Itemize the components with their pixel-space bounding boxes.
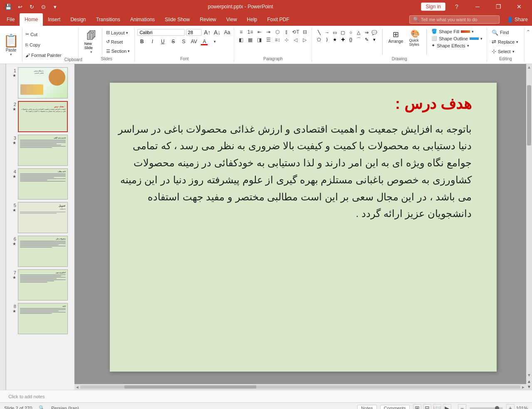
font-color-dropdown[interactable]: ▾ — [210, 37, 219, 46]
close-button[interactable]: ✕ — [510, 0, 529, 13]
zoom-in-button[interactable]: + — [506, 404, 515, 409]
text-direction-button[interactable]: ⟲T — [292, 28, 300, 36]
slide-thumbnail-2[interactable]: 2 ★ هدف درس : باتوجه به افزایش جمعیت و ا… — [8, 101, 73, 132]
shape-callout[interactable]: 💬 — [371, 29, 378, 36]
slide-thumbnail-8[interactable]: 8 ★ ادامه — [8, 303, 73, 334]
justify-button[interactable]: ☰ — [264, 36, 273, 44]
arrange-button[interactable]: ⊞ Arrange — [386, 28, 406, 45]
shape-brace[interactable]: {} — [347, 36, 354, 43]
zoom-out-button[interactable]: − — [458, 404, 466, 409]
slide-thumbnail-4[interactable]: 4 ★ ادامه مطلب — [8, 168, 73, 200]
share-button[interactable]: 👤 Share — [503, 16, 532, 23]
next-slide-btn[interactable]: ▼ — [527, 384, 531, 389]
indent-button[interactable]: ⊹ — [282, 36, 291, 44]
rtl-button[interactable]: ◁ — [292, 36, 300, 44]
align-right-button[interactable]: ◨ — [255, 36, 264, 44]
fill-dropdown-icon[interactable]: ▾ — [472, 30, 474, 34]
quick-styles-button[interactable]: 🎨 Quick Styles — [407, 28, 423, 47]
add-notes-area[interactable]: Click to add notes — [0, 390, 532, 402]
font-family-selector[interactable]: Calibri — [137, 29, 184, 36]
smart-art-button[interactable]: ⬡ — [273, 28, 282, 36]
align-text-button[interactable]: ⊟ — [300, 28, 309, 36]
zoom-thumb[interactable] — [495, 406, 499, 409]
search-input[interactable] — [421, 17, 496, 22]
bold-button[interactable]: B — [137, 37, 146, 46]
font-size-selector[interactable]: 28 — [186, 29, 202, 36]
shape-oval[interactable]: ○ — [347, 29, 354, 36]
reset-button[interactable]: ↺ Reset — [104, 38, 132, 45]
slide-thumbnail-7[interactable]: 7 ★ کشاورزی نوین — [8, 269, 73, 301]
increase-font-button[interactable]: A↑ — [203, 28, 212, 37]
cut-button[interactable]: ✂ Cut — [23, 31, 64, 38]
shape-arrow[interactable]: → — [323, 29, 331, 36]
replace-button[interactable]: ⇄ Replace ▾ — [490, 38, 522, 45]
reading-view-button[interactable]: 📖 — [433, 404, 441, 409]
undo-button[interactable]: ↩ — [15, 2, 25, 12]
tab-view[interactable]: View — [221, 13, 242, 26]
redo-button[interactable]: ↻ — [27, 2, 37, 12]
decrease-indent-button[interactable]: ⇤ — [255, 28, 264, 36]
language-indicator[interactable]: Persian (Iran) — [51, 406, 79, 409]
shape-cross[interactable]: ✚ — [339, 36, 346, 43]
slide-thumbnail-6[interactable]: 6 ★ محصولات باغی — [8, 236, 73, 267]
tab-home[interactable]: Home — [20, 13, 43, 26]
shape-effects-button[interactable]: ✦ Shape Effects ▾ — [430, 42, 484, 49]
shape-right-arrow[interactable]: ⇒ — [363, 29, 370, 36]
normal-view-button[interactable]: ⊞ — [413, 404, 421, 409]
zoom-level[interactable]: 101% — [516, 406, 528, 409]
scroll-down-arrow[interactable]: ▼ — [526, 372, 532, 378]
tab-help[interactable]: Help — [242, 13, 262, 26]
tab-file[interactable]: File — [2, 13, 20, 26]
slide-canvas[interactable]: هدف درس : باتوجه به افزایش جمعیت و اهمیت… — [110, 83, 497, 372]
shadow-button[interactable]: S — [179, 37, 188, 46]
tab-animations[interactable]: Animations — [125, 13, 160, 26]
align-left-button[interactable]: ◧ — [237, 36, 245, 44]
shape-fill-button[interactable]: 🪣 Shape Fill ▾ — [430, 28, 484, 34]
font-color-button[interactable]: A — [200, 37, 209, 46]
restore-button[interactable]: ⊙ — [38, 2, 48, 12]
clear-formatting-button[interactable]: Aa — [223, 28, 232, 37]
thumb-img-7[interactable]: کشاورزی نوین — [18, 269, 68, 301]
effects-dropdown-icon[interactable]: ▾ — [467, 44, 469, 48]
scroll-thumb[interactable] — [527, 85, 531, 145]
slide-thumbnail-1[interactable]: 1 ★ دانشگاه صنعتیباغبانی کنجدی — [8, 67, 73, 99]
layout-button[interactable]: ⊟ Layout ▾ — [104, 29, 132, 36]
increase-indent-button[interactable]: ⇥ — [264, 28, 273, 36]
strikethrough-button[interactable]: S — [168, 37, 178, 46]
outline-dropdown-icon[interactable]: ▾ — [480, 37, 483, 41]
section-button[interactable]: ☰ Section ▾ — [104, 48, 132, 55]
find-button[interactable]: 🔍 Find — [490, 29, 522, 36]
shape-line[interactable]: ╲ — [315, 29, 323, 36]
shape-triangle[interactable]: △ — [355, 29, 362, 36]
qat-dropdown-button[interactable]: ▾ — [50, 2, 60, 12]
scroll-right-arrow[interactable]: ► — [520, 385, 526, 389]
tab-foxit[interactable]: Foxit PDF — [262, 13, 294, 26]
bullets-button[interactable]: ≡ — [237, 28, 245, 36]
slide-sorter-button[interactable]: ⊟ — [423, 404, 431, 409]
ltr-button[interactable]: ▷ — [300, 36, 309, 44]
zoom-slider[interactable] — [470, 407, 503, 409]
restore-window-button[interactable]: ❐ — [489, 0, 508, 13]
shape-free[interactable]: ✎ — [363, 36, 370, 43]
shape-arc[interactable]: ⌒ — [355, 36, 362, 43]
shape-more[interactable]: ▾ — [371, 36, 378, 43]
tab-design[interactable]: Design — [65, 13, 91, 26]
thumb-img-4[interactable]: ادامه مطلب — [18, 168, 68, 200]
shape-rounded-rect[interactable]: ▢ — [339, 29, 346, 36]
slide-show-button[interactable]: ▶ — [443, 404, 451, 409]
slide-thumbnail-3[interactable]: 3 ★ تقسیم بندی گیاهی — [8, 135, 73, 166]
paste-button[interactable]: 📋 Paste ▾ — [0, 27, 22, 62]
numbering-button[interactable]: 1≡ — [246, 28, 255, 36]
slide-body[interactable]: باتوجه به افزایش جمعیت و اهمیت اقتصادی و… — [118, 121, 472, 223]
help-icon[interactable]: ? — [447, 0, 466, 13]
signin-button[interactable]: Sign in — [421, 2, 445, 11]
vertical-scrollbar[interactable]: ▲ ▼ ▲ ▼ — [526, 64, 532, 390]
italic-button[interactable]: I — [148, 37, 157, 46]
align-center-button[interactable]: ▦ — [246, 36, 255, 44]
columns-button[interactable]: ⫿ — [282, 28, 291, 36]
thumb-img-5[interactable]: عدویل دانشکده — [18, 202, 68, 233]
character-spacing-button[interactable]: AV — [189, 37, 198, 46]
collapse-ribbon-button[interactable]: ⌃ — [525, 27, 532, 62]
format-painter-button[interactable]: 🖌 Format Painter — [23, 52, 64, 59]
save-button[interactable]: 💾 — [3, 2, 13, 12]
